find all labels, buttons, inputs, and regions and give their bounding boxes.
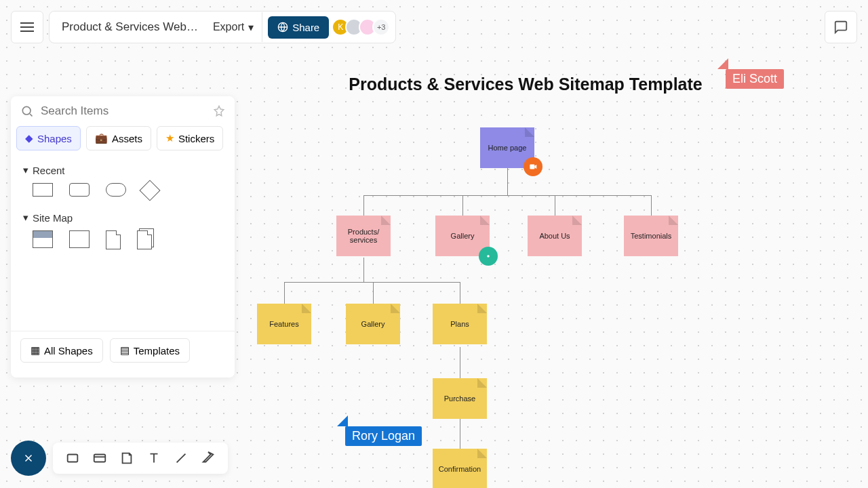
- button-label: Templates: [134, 345, 180, 357]
- connector: [363, 258, 364, 282]
- connector: [460, 419, 460, 449]
- connector: [284, 282, 285, 304]
- templates-button[interactable]: ▤ Templates: [110, 338, 190, 363]
- node-label: Purchase: [444, 394, 475, 403]
- section-recent[interactable]: ▾ Recent: [23, 164, 222, 176]
- template-icon: ▤: [120, 344, 130, 357]
- search-icon: [20, 104, 34, 118]
- avatar-more: +3: [372, 18, 390, 36]
- all-shapes-button[interactable]: ▦ All Shapes: [20, 338, 103, 363]
- shape-rect[interactable]: [33, 183, 53, 197]
- connector: [363, 195, 364, 216]
- node-label: Testimonials: [631, 232, 672, 240]
- tool-note[interactable]: [117, 448, 137, 468]
- star-icon: ★: [165, 132, 174, 144]
- connector: [507, 168, 508, 195]
- node-confirmation[interactable]: Confirmation: [433, 449, 487, 488]
- diamond-icon: ◆: [25, 132, 33, 144]
- pin-icon[interactable]: [213, 105, 225, 117]
- node-label: Gallery: [361, 320, 385, 328]
- node-label: Confirmation: [439, 465, 481, 473]
- node-label: About Us: [539, 232, 570, 240]
- doc-title[interactable]: Product & Services Web…: [55, 20, 205, 34]
- connector: [460, 282, 460, 304]
- node-products[interactable]: Products/ services: [336, 216, 391, 256]
- tool-text[interactable]: [144, 448, 164, 468]
- close-toolbar-button[interactable]: [11, 441, 46, 476]
- chevron-down-icon: ▾: [248, 21, 254, 34]
- svg-point-5: [487, 255, 490, 258]
- gear-icon: [479, 247, 498, 266]
- node-label: Gallery: [451, 232, 475, 240]
- node-label: Home page: [488, 144, 527, 152]
- video-icon: [524, 157, 542, 176]
- tool-rect[interactable]: [62, 448, 83, 468]
- search-input[interactable]: [41, 104, 213, 118]
- canvas-title: Products & Services Web Sitemap Template: [285, 75, 766, 94]
- section-label: Site Map: [33, 212, 73, 224]
- node-gallery2[interactable]: Gallery: [346, 304, 400, 344]
- caret-icon: ▾: [23, 211, 28, 224]
- node-testimonials[interactable]: Testimonials: [624, 216, 678, 256]
- export-label: Export: [213, 21, 244, 33]
- connector: [373, 282, 374, 304]
- connector: [284, 282, 460, 283]
- globe-icon: [277, 22, 288, 33]
- shape-sitemap-1[interactable]: [33, 230, 53, 248]
- shape-page[interactable]: [106, 230, 121, 249]
- tool-highlighter[interactable]: [198, 448, 218, 468]
- tab-label: Assets: [112, 133, 142, 144]
- connector: [555, 195, 555, 216]
- share-label: Share: [292, 22, 319, 33]
- node-label: Products/ services: [348, 228, 379, 244]
- tool-card[interactable]: [90, 448, 110, 468]
- svg-rect-2: [68, 455, 78, 462]
- cursor-rory: Rory Logan: [345, 426, 422, 446]
- node-features[interactable]: Features: [257, 304, 311, 344]
- node-about[interactable]: About Us: [528, 216, 582, 256]
- cursor-eli: Eli Scott: [726, 69, 784, 89]
- shapes-panel: ◆ Shapes 💼 Assets ★ Stickers ▾ Recent ▾ …: [11, 96, 235, 378]
- section-sitemap[interactable]: ▾ Site Map: [23, 211, 222, 224]
- shape-rect-rounded[interactable]: [69, 183, 90, 197]
- shape-pill[interactable]: [106, 183, 126, 197]
- svg-rect-4: [530, 165, 534, 169]
- node-plans[interactable]: Plans: [433, 304, 487, 344]
- button-label: All Shapes: [44, 345, 93, 357]
- tab-label: Shapes: [37, 133, 72, 144]
- section-label: Recent: [33, 165, 65, 176]
- tool-line[interactable]: [171, 448, 191, 468]
- tab-assets[interactable]: 💼 Assets: [86, 126, 151, 150]
- chat-button[interactable]: [825, 11, 857, 43]
- connector: [462, 195, 463, 216]
- briefcase-icon: 💼: [95, 132, 108, 144]
- tab-stickers[interactable]: ★ Stickers: [157, 126, 223, 150]
- export-button[interactable]: Export ▾: [205, 12, 262, 42]
- shape-pages[interactable]: [137, 230, 152, 249]
- tab-shapes[interactable]: ◆ Shapes: [16, 126, 81, 150]
- node-purchase[interactable]: Purchase: [433, 378, 487, 419]
- svg-point-1: [22, 106, 31, 115]
- shape-sitemap-2[interactable]: [69, 230, 90, 248]
- menu-button[interactable]: [11, 11, 43, 43]
- shape-diamond[interactable]: [139, 180, 160, 201]
- node-label: Features: [269, 320, 298, 328]
- share-button[interactable]: Share: [268, 16, 329, 39]
- grid-icon: ▦: [31, 344, 40, 357]
- tab-label: Stickers: [178, 133, 214, 144]
- node-label: Plans: [450, 320, 469, 328]
- svg-rect-3: [94, 455, 106, 462]
- caret-icon: ▾: [23, 164, 28, 176]
- connector: [363, 195, 652, 196]
- connector: [460, 347, 460, 378]
- collaborator-avatars[interactable]: K +3: [336, 18, 390, 36]
